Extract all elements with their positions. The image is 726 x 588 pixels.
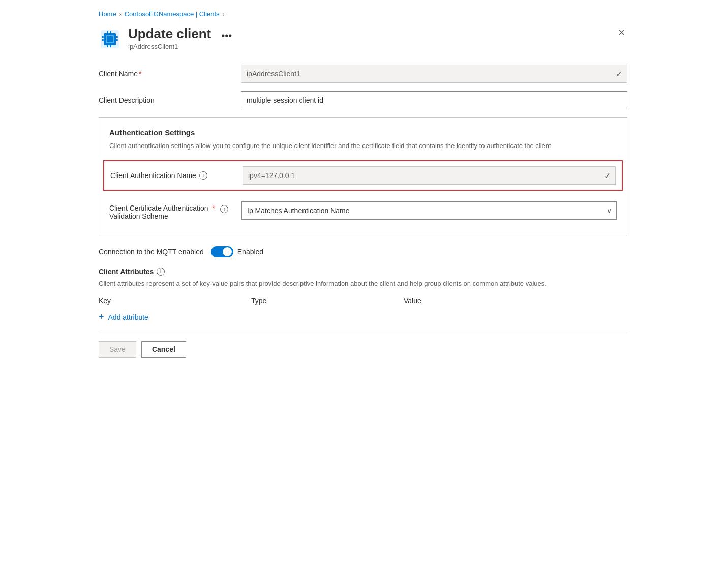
client-name-row: Client Name* ✓ xyxy=(99,65,627,83)
client-description-field[interactable] xyxy=(241,91,627,109)
mqtt-toggle-text: Enabled xyxy=(237,248,263,256)
page-title: Update client xyxy=(128,26,211,42)
auth-name-field[interactable] xyxy=(243,166,616,185)
auth-name-info-icon[interactable]: i xyxy=(199,171,207,180)
auth-name-input-wrap: ✓ xyxy=(243,166,616,185)
client-description-label: Client Description xyxy=(99,96,231,104)
auth-name-row: Client Authentication Name i ✓ xyxy=(103,160,623,191)
close-button[interactable]: ✕ xyxy=(616,26,627,39)
client-attributes-info-icon[interactable]: i xyxy=(157,268,165,276)
svg-rect-8 xyxy=(107,31,108,33)
client-attributes-desc: Client attributes represent a set of key… xyxy=(99,279,627,289)
page-header: Update client ••• ipAddressClient1 ✕ xyxy=(99,26,627,50)
cert-validation-dropdown-wrap: Ip Matches Authentication NameDns Matche… xyxy=(241,201,617,220)
auth-settings-box: Authentication Settings Client authentic… xyxy=(99,117,627,236)
svg-rect-3 xyxy=(107,36,113,42)
svg-rect-7 xyxy=(116,39,118,41)
header-left: Update client ••• ipAddressClient1 xyxy=(99,26,232,50)
client-attributes-section: Client Attributes i Client attributes re… xyxy=(99,268,627,323)
mqtt-row: Connection to the MQTT enabled Enabled xyxy=(99,246,627,257)
cert-validation-row: Client Certificate Authentication Valida… xyxy=(109,196,617,225)
breadcrumb-namespace[interactable]: ContosoEGNamespace | Clients xyxy=(125,10,220,18)
col-value-header: Value xyxy=(404,297,627,305)
header-text: Update client ••• ipAddressClient1 xyxy=(128,26,232,50)
client-description-row: Client Description xyxy=(99,91,627,109)
col-type-header: Type xyxy=(251,297,404,305)
footer: Save Cancel xyxy=(99,341,627,358)
attributes-table-header: Key Type Value xyxy=(99,297,627,308)
save-button[interactable]: Save xyxy=(99,341,136,358)
cert-validation-info-icon[interactable]: i xyxy=(220,205,228,213)
mqtt-toggle[interactable] xyxy=(211,246,233,257)
svg-rect-5 xyxy=(102,39,104,41)
client-name-input-wrap: ✓ xyxy=(241,65,627,83)
cancel-button[interactable]: Cancel xyxy=(141,341,186,358)
more-options-button[interactable]: ••• xyxy=(221,30,232,42)
add-attribute-label: Add attribute xyxy=(108,313,148,321)
cert-validation-label: Client Certificate Authentication Valida… xyxy=(109,201,231,220)
add-attribute-button[interactable]: + Add attribute xyxy=(99,312,627,322)
client-icon xyxy=(99,28,121,50)
breadcrumb-sep2: › xyxy=(223,11,225,18)
auth-name-label: Client Authentication Name i xyxy=(110,171,232,180)
client-attributes-title: Client Attributes i xyxy=(99,268,627,276)
svg-rect-4 xyxy=(102,36,104,38)
client-description-input-wrap xyxy=(241,91,627,109)
breadcrumb: Home › ContosoEGNamespace | Clients › xyxy=(99,10,627,18)
svg-rect-11 xyxy=(110,45,111,47)
auth-settings-desc: Client authentication settings allow you… xyxy=(109,141,617,151)
client-name-field[interactable] xyxy=(241,65,627,83)
svg-rect-10 xyxy=(107,45,108,47)
cert-validation-dropdown[interactable]: Ip Matches Authentication NameDns Matche… xyxy=(241,201,617,220)
client-name-label: Client Name* xyxy=(99,70,231,78)
auth-settings-title: Authentication Settings xyxy=(109,128,617,137)
breadcrumb-sep1: › xyxy=(119,11,122,18)
breadcrumb-home[interactable]: Home xyxy=(99,10,116,18)
footer-divider xyxy=(99,333,627,333)
auth-name-check-icon: ✓ xyxy=(604,170,611,180)
svg-rect-6 xyxy=(116,36,118,38)
mqtt-label: Connection to the MQTT enabled xyxy=(99,248,204,256)
page-subtitle: ipAddressClient1 xyxy=(128,43,232,50)
add-attribute-icon: + xyxy=(99,312,104,322)
col-key-header: Key xyxy=(99,297,251,305)
mqtt-toggle-wrap: Enabled xyxy=(211,246,263,257)
svg-rect-9 xyxy=(110,31,111,33)
client-name-check-icon: ✓ xyxy=(616,69,622,79)
